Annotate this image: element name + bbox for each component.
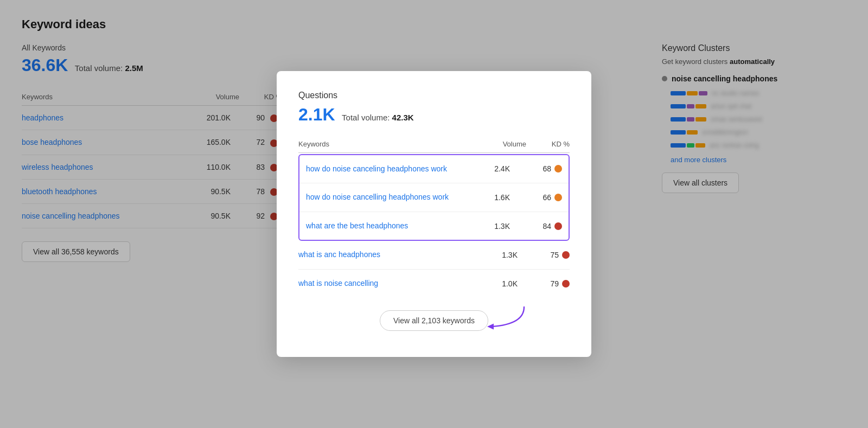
- table-row: how do noise canceling headphones work 2…: [299, 155, 569, 184]
- modal-total-volume: Total volume: 42.3K: [342, 113, 414, 122]
- modal-col-keywords: Keywords: [298, 140, 483, 148]
- keyword-cell[interactable]: how do noise cancelling headphones work: [306, 183, 475, 212]
- kd-dot: [554, 165, 562, 173]
- kd-dot: [562, 251, 570, 259]
- volume-cell: 1.3K: [483, 251, 526, 259]
- kd-dot: [562, 280, 570, 288]
- arrow-decoration: [483, 302, 526, 336]
- modal-section-label: Questions: [298, 91, 570, 100]
- table-row: what is noise cancelling 1.0K 79: [298, 270, 570, 298]
- modal-footer: View all 2,103 keywords: [298, 310, 570, 331]
- keyword-cell[interactable]: what is noise cancelling: [298, 270, 483, 298]
- modal-col-kd: KD %: [526, 140, 570, 148]
- kd-dot: [554, 194, 562, 201]
- kd-cell: 66: [519, 193, 562, 202]
- kd-cell: 84: [519, 222, 562, 231]
- kd-cell: 68: [519, 164, 562, 173]
- modal-table-header: Keywords Volume KD %: [298, 136, 570, 153]
- table-row: how do noise cancelling headphones work …: [299, 183, 569, 212]
- highlighted-rows-block: how do noise canceling headphones work 2…: [298, 154, 570, 241]
- kd-cell: 75: [526, 251, 570, 259]
- modal-table-wrapper: Keywords Volume KD % how do noise cancel…: [298, 136, 570, 298]
- volume-cell: 1.0K: [483, 279, 526, 288]
- normal-rows-block: what is anc headphones 1.3K 75 what is n…: [298, 241, 570, 297]
- modal-overlay: Questions 2.1K Total volume: 42.3K Keywo…: [0, 0, 868, 428]
- modal-col-volume: Volume: [483, 140, 526, 148]
- table-row: what are the best headphones 1.3K 84: [299, 212, 569, 240]
- table-row: what is anc headphones 1.3K 75: [298, 241, 570, 270]
- volume-cell: 1.6K: [475, 193, 519, 202]
- modal-view-all-button[interactable]: View all 2,103 keywords: [380, 310, 488, 331]
- kd-dot: [554, 222, 562, 230]
- modal-keywords-count: 2.1K: [298, 105, 335, 124]
- volume-cell: 2.4K: [475, 164, 519, 173]
- volume-cell: 1.3K: [475, 222, 519, 231]
- keyword-cell[interactable]: how do noise canceling headphones work: [306, 155, 475, 183]
- keyword-cell[interactable]: what is anc headphones: [298, 241, 483, 269]
- keyword-cell[interactable]: what are the best headphones: [306, 212, 475, 240]
- svg-marker-0: [487, 324, 494, 330]
- questions-modal: Questions 2.1K Total volume: 42.3K Keywo…: [277, 71, 591, 357]
- kd-cell: 79: [526, 279, 570, 288]
